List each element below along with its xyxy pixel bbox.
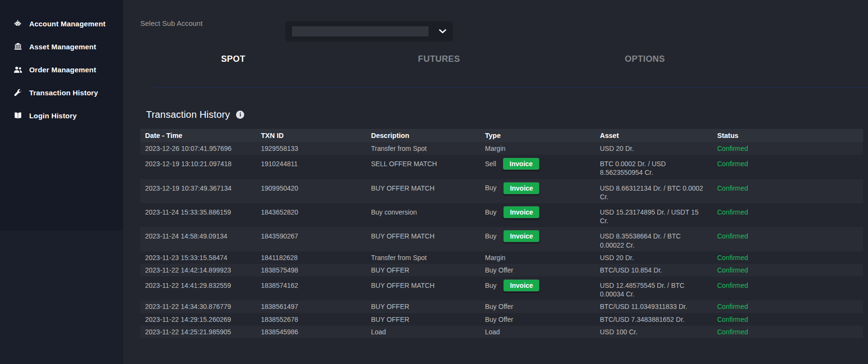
tab-bar: SPOT FUTURES OPTIONS	[130, 44, 748, 74]
cell-description: BUY OFFER	[366, 264, 480, 276]
main-content: Select Sub Account SPOT FUTURES OPTIONS …	[123, 0, 868, 364]
sub-account-select[interactable]	[285, 21, 453, 42]
cell-type: Buy Invoice	[480, 203, 595, 220]
cell-date-time: 2023-12-19 10:37:49.367134	[140, 179, 256, 194]
panel-header: Transaction History i	[146, 109, 868, 120]
cell-asset: BTC/USD 10.854 Dr.	[595, 264, 712, 276]
cell-type: Margin	[480, 142, 595, 155]
info-icon[interactable]: i	[236, 111, 244, 119]
cell-txn-id: 1843652820	[256, 203, 366, 218]
sidebar-item-order-management[interactable]: Order Management	[0, 58, 123, 81]
sub-account-row: Select Sub Account	[123, 0, 868, 44]
cell-asset: USD 20 Dr.	[595, 251, 712, 264]
status-badge: Confirmed	[712, 155, 863, 170]
table-header-row: Date - Time TXN ID Description Type Asse…	[140, 129, 863, 142]
selected-value-redacted	[292, 26, 428, 36]
cell-type: Margin	[480, 251, 595, 264]
cell-txn-id: 1841182628	[256, 251, 366, 264]
status-badge: Confirmed	[712, 264, 863, 276]
table-row: 2023-11-24 14:58:49.09134 1843590267 BUY…	[140, 227, 863, 251]
cell-date-time: 2023-12-26 10:07:41.957696	[140, 142, 256, 155]
sidebar-item-label: Transaction History	[29, 89, 98, 97]
invoice-button[interactable]: Invoice	[503, 230, 540, 242]
wrench-icon	[13, 89, 23, 97]
table-row: 2023-11-22 14:29:15.260269 1838552678 BU…	[140, 313, 863, 326]
cell-date-time: 2023-11-24 15:33:35.886159	[140, 203, 256, 218]
cell-type: Buy Invoice	[480, 227, 595, 244]
cell-description: Transfer from Spot	[366, 251, 480, 264]
tab-futures[interactable]: FUTURES	[336, 54, 542, 64]
table-row: 2023-12-26 10:07:41.957696 1929558133 Tr…	[140, 142, 863, 155]
column-header-txn-id: TXN ID	[256, 132, 366, 139]
cell-date-time: 2023-11-22 14:41:29.832559	[140, 276, 256, 292]
cell-txn-id: 1838545986	[256, 326, 366, 338]
status-badge: Confirmed	[712, 203, 863, 218]
status-badge: Confirmed	[712, 276, 863, 292]
users-icon	[13, 66, 23, 74]
cell-description: BUY OFFER MATCH	[366, 179, 480, 194]
cell-date-time: 2023-11-24 14:58:49.09134	[140, 227, 256, 242]
tab-options[interactable]: OPTIONS	[542, 54, 748, 64]
invoice-button[interactable]: Invoice	[503, 158, 539, 170]
cell-description: BUY OFFER	[366, 300, 480, 313]
sidebar-item-transaction-history[interactable]: Transaction History	[0, 81, 123, 104]
table-row: 2023-11-22 14:41:29.832559 1838574162 BU…	[140, 276, 863, 300]
cell-asset: USD 12.48575545 Dr. / BTC 0.00034 Cr.	[595, 276, 712, 300]
cell-asset: USD 8.66312134 Dr. / BTC 0.0002 Cr.	[595, 179, 712, 203]
table-row: 2023-12-19 13:10:21.097418 1910244811 SE…	[140, 155, 863, 179]
cell-asset: USD 15.23174895 Dr. / USDT 15 Cr.	[595, 203, 712, 227]
status-badge: Confirmed	[712, 300, 863, 313]
cell-description: BUY OFFER	[366, 313, 480, 326]
cell-txn-id: 1838561497	[256, 300, 366, 313]
cell-asset: USD 8.35538664 Dr. / BTC 0.00022 Cr.	[595, 227, 712, 251]
cell-date-time: 2023-12-19 13:10:21.097418	[140, 155, 256, 170]
cell-txn-id: 1910244811	[256, 155, 366, 170]
cell-type: Buy Offer	[480, 264, 595, 276]
cell-txn-id: 1838574162	[256, 276, 366, 292]
invoice-button[interactable]: Invoice	[503, 206, 540, 218]
chevron-down-icon	[439, 29, 446, 34]
sub-account-label: Select Sub Account	[140, 19, 203, 27]
cell-txn-id: 1843590267	[256, 227, 366, 242]
cell-date-time: 2023-11-22 14:42:14.899923	[140, 264, 256, 276]
cell-description: Buy conversion	[366, 203, 480, 218]
invoice-button[interactable]: Invoice	[503, 279, 540, 292]
status-badge: Confirmed	[712, 179, 863, 194]
tab-spot[interactable]: SPOT	[130, 54, 336, 64]
sidebar-item-login-history[interactable]: Login History	[0, 104, 123, 127]
status-badge: Confirmed	[712, 326, 863, 338]
cell-description: Transfer from Spot	[366, 142, 480, 155]
status-badge: Confirmed	[712, 251, 863, 264]
invoice-button[interactable]: Invoice	[503, 182, 540, 194]
cell-date-time: 2023-11-22 14:25:21.985905	[140, 326, 256, 338]
table-body: 2023-12-26 10:07:41.957696 1929558133 Tr…	[140, 142, 863, 338]
table-row: 2023-11-23 15:33:15.58474 1841182628 Tra…	[140, 251, 863, 264]
status-badge: Confirmed	[712, 313, 863, 326]
cell-asset: BTC/USD 7.3483881652 Dr.	[595, 313, 712, 326]
cell-date-time: 2023-11-22 14:34:30.876779	[140, 300, 256, 313]
sidebar-item-asset-management[interactable]: Asset Management	[0, 35, 123, 58]
sidebar-item-label: Login History	[29, 112, 77, 120]
status-badge: Confirmed	[712, 142, 863, 155]
sidebar-item-label: Asset Management	[29, 43, 96, 51]
column-header-status: Status	[712, 132, 863, 139]
sidebar-item-account-management[interactable]: Account Management	[0, 12, 123, 35]
column-header-asset: Asset	[595, 132, 712, 139]
cell-asset: USD 100 Cr.	[595, 326, 712, 338]
table-row: 2023-11-22 14:42:14.899923 1838575498 BU…	[140, 264, 863, 276]
cell-txn-id: 1838575498	[256, 264, 366, 276]
sidebar-item-label: Order Management	[29, 66, 96, 74]
status-badge: Confirmed	[712, 227, 863, 242]
robot-icon	[13, 20, 23, 28]
column-header-type: Type	[480, 132, 595, 139]
cell-type: Buy Invoice	[480, 276, 595, 294]
book-icon	[13, 112, 23, 120]
table-row: 2023-12-19 10:37:49.367134 1909950420 BU…	[140, 179, 863, 203]
transaction-table: Date - Time TXN ID Description Type Asse…	[140, 129, 863, 338]
cell-type: Sell Invoice	[480, 155, 595, 172]
cell-date-time: 2023-11-22 14:29:15.260269	[140, 313, 256, 326]
column-header-date: Date - Time	[140, 132, 256, 139]
sidebar-item-label: Account Management	[29, 20, 105, 28]
bank-icon	[13, 43, 23, 51]
table-row: 2023-11-22 14:25:21.985905 1838545986 Lo…	[140, 326, 863, 338]
